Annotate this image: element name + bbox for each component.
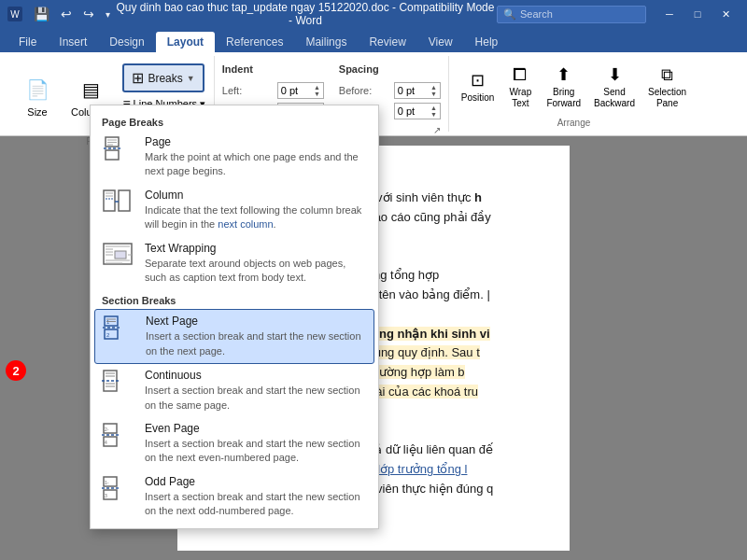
svg-text:4: 4 (105, 440, 107, 445)
selection-pane-label: SelectionPane (648, 87, 686, 109)
text-wrapping-icon (102, 242, 135, 268)
tab-file[interactable]: File (7, 32, 48, 52)
dialog-launcher-icon[interactable]: ↗ (433, 125, 441, 135)
indent-left-down[interactable]: ▼ (314, 91, 320, 97)
quick-access-toolbar: 💾 ↩ ↪ ▾ (30, 5, 114, 23)
tab-review[interactable]: Review (358, 32, 416, 52)
arrange-label: Arrange (557, 114, 591, 128)
search-input[interactable] (520, 8, 641, 20)
position-icon: ⊡ (471, 70, 485, 91)
spacing-before-down[interactable]: ▼ (430, 91, 437, 97)
svg-rect-7 (119, 190, 130, 211)
tab-references[interactable]: References (215, 32, 294, 52)
spacing-header: Spacing (339, 63, 441, 75)
bring-forward-label: BringForward (546, 87, 581, 109)
spacing-after-spinner[interactable]: ▲ ▼ (430, 105, 437, 118)
send-backward-icon: ⬇ (608, 64, 622, 85)
title-bar-left: W 💾 ↩ ↪ ▾ (7, 5, 114, 23)
breaks-icon: ⊞ (132, 69, 144, 87)
page-break-text: Page Mark the point at which one page en… (145, 135, 367, 179)
size-label: Size (27, 106, 47, 118)
page-break-icon (102, 135, 135, 161)
bring-forward-button[interactable]: ⬆ BringForward (542, 62, 585, 112)
svg-text:2: 2 (106, 332, 110, 338)
text-wrapping-text: Text Wrapping Separate text around objec… (145, 242, 367, 286)
minimize-button[interactable]: ─ (655, 5, 684, 23)
document-title: Quy dinh bao cao thuc tap_update ngay 15… (114, 1, 497, 27)
continuous-text: Continuous Insert a section break and st… (145, 369, 367, 413)
breaks-button[interactable]: ⊞ Breaks ▼ (122, 63, 204, 92)
breaks-dropdown: Page Breaks Page Mark the point at which… (90, 105, 379, 529)
spacing-after-down[interactable]: ▼ (430, 111, 437, 118)
tab-help[interactable]: Help (464, 32, 510, 52)
dropdown-item-even-page[interactable]: 2- 4 Even Page Insert a section break an… (91, 417, 378, 470)
even-page-icon: 2- 4 (102, 422, 135, 448)
undo-button[interactable]: ↩ (57, 5, 76, 23)
redo-button[interactable]: ↪ (79, 5, 98, 23)
next-page-text: Next Page Insert a section break and sta… (146, 315, 366, 358)
indent-left-row: Left: 0 pt ▲ ▼ (222, 82, 324, 99)
search-icon: 🔍 (503, 8, 516, 21)
indent-left-label: Left: (222, 85, 274, 96)
send-backward-button[interactable]: ⬇ SendBackward (589, 62, 640, 112)
indent-left-input[interactable]: 0 pt ▲ ▼ (277, 82, 324, 99)
bring-forward-icon: ⬆ (557, 64, 571, 85)
dropdown-item-odd-page[interactable]: 1- 3 Odd Page Insert a section break and… (91, 470, 378, 524)
spacing-before-row: Before: 0 pt ▲ ▼ (339, 82, 441, 99)
close-button[interactable]: ✕ (712, 5, 740, 23)
arrange-buttons: ⊡ Position ⧠ WrapText ⬆ BringForward ⬇ S… (457, 60, 691, 114)
breaks-arrow-icon: ▼ (187, 74, 195, 83)
word-icon: W (7, 7, 22, 21)
tab-layout[interactable]: Layout (156, 32, 215, 52)
column-break-icon (102, 189, 135, 215)
window-controls: ─ □ ✕ (655, 5, 740, 23)
odd-page-icon: 1- 3 (102, 475, 135, 501)
next-page-icon: 1 2 (103, 315, 136, 341)
spacing-after-input[interactable]: 0 pt ▲ ▼ (394, 103, 441, 119)
position-label: Position (461, 92, 495, 104)
customize-button[interactable]: ▾ (102, 7, 114, 21)
dropdown-item-text-wrapping[interactable]: Text Wrapping Separate text around objec… (91, 237, 378, 290)
svg-rect-13 (115, 251, 126, 259)
dropdown-item-next-page[interactable]: 1 2 Next Page Insert a section break and… (94, 309, 374, 364)
page-breaks-header: Page Breaks (91, 111, 378, 131)
tab-insert[interactable]: Insert (48, 32, 98, 52)
spacing-before-spinner[interactable]: ▲ ▼ (430, 84, 437, 97)
breaks-label: Breaks (148, 72, 182, 85)
column-break-text: Column Indicate that the text following … (145, 189, 367, 232)
columns-icon: ▤ (77, 75, 106, 105)
section-breaks-header: Section Breaks (91, 289, 378, 309)
spacing-before-label: Before: (339, 85, 390, 96)
text-cursor (486, 287, 489, 301)
title-bar: W 💾 ↩ ↪ ▾ Quy dinh bao cao thuc tap_upda… (0, 0, 747, 28)
search-box[interactable]: 🔍 (497, 6, 646, 23)
continuous-icon (102, 369, 135, 395)
svg-text:2-: 2- (105, 427, 109, 432)
tab-mailings[interactable]: Mailings (294, 32, 358, 52)
dropdown-item-page[interactable]: Page Mark the point at which one page en… (91, 131, 378, 184)
size-button[interactable]: 📄 Size (15, 71, 60, 121)
wrap-text-icon: ⧠ (512, 65, 529, 85)
send-backward-label: SendBackward (594, 87, 635, 109)
wrap-text-button[interactable]: ⧠ WrapText (502, 63, 538, 112)
save-button[interactable]: 💾 (30, 5, 53, 23)
dropdown-item-continuous[interactable]: Continuous Insert a section break and st… (91, 364, 378, 417)
indent-left-up[interactable]: ▲ (314, 84, 320, 91)
wrap-text-label: WrapText (510, 87, 532, 109)
position-button[interactable]: ⊡ Position (457, 67, 500, 106)
spacing-before-up[interactable]: ▲ (430, 84, 437, 91)
svg-text:1-: 1- (105, 480, 109, 485)
restore-button[interactable]: □ (684, 5, 712, 23)
spacing-before-input[interactable]: 0 pt ▲ ▼ (394, 82, 441, 99)
ribbon-container: 📄 Size ▤ Columns ⊞ Breaks ▼ ≡ Line Numbe… (0, 52, 747, 136)
spacing-after-up[interactable]: ▲ (430, 105, 437, 111)
odd-page-text: Odd Page Insert a section break and star… (145, 475, 367, 519)
tab-view[interactable]: View (417, 32, 464, 52)
dropdown-item-column[interactable]: Column Indicate that the text following … (91, 184, 378, 237)
indent-left-spinner[interactable]: ▲ ▼ (314, 84, 320, 97)
selection-pane-button[interactable]: ⧉ SelectionPane (643, 63, 691, 112)
ribbon-tabs: File Insert Design Layout References Mai… (0, 28, 747, 52)
tab-design[interactable]: Design (98, 32, 155, 52)
selection-pane-icon: ⧉ (661, 65, 673, 85)
title-bar-right: 🔍 ─ □ ✕ (497, 5, 740, 23)
